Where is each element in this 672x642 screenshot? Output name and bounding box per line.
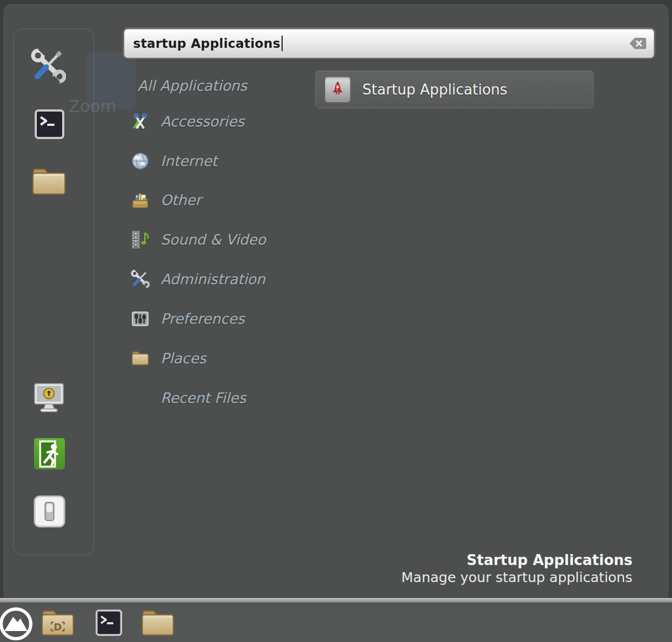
category-label: Sound & Video [161, 231, 266, 248]
application-menu: Zoom [3, 4, 669, 598]
search-input[interactable]: startup Applications [124, 29, 654, 58]
category-all-applications[interactable]: All Applications [137, 76, 247, 96]
category-accessories[interactable]: Accessories [131, 112, 244, 131]
filmstrip-note-icon [131, 230, 150, 249]
sidebar-item-system-tools[interactable] [31, 48, 66, 85]
menu-sidebar [13, 29, 94, 555]
svg-text:D: D [54, 622, 62, 633]
sidebar-item-lock-screen[interactable] [31, 381, 67, 415]
category-sound-video[interactable]: Sound & Video [131, 230, 266, 250]
sliders-icon [131, 309, 150, 328]
category-label: Accessories [161, 113, 244, 130]
folder-icon [131, 349, 150, 368]
text-caret [282, 36, 283, 51]
power-switch-icon [34, 495, 65, 528]
menu-bottom-edge [0, 598, 672, 602]
desktop-folder-icon: D [41, 607, 75, 638]
category-recent-files[interactable]: Recent Files [161, 388, 246, 408]
toolbox-icon [131, 191, 150, 209]
taskbar-panel: D [0, 602, 672, 642]
selection-title: Startup Applications [401, 552, 632, 569]
sidebar-item-files[interactable] [31, 167, 67, 196]
category-internet[interactable]: Internet [131, 151, 217, 171]
exit-door-icon [34, 438, 65, 471]
category-label: Internet [161, 153, 217, 169]
category-places[interactable]: Places [131, 348, 206, 368]
folder-icon [141, 607, 175, 638]
selection-subtitle: Manage your startup applications [401, 569, 632, 586]
category-label: Recent Files [161, 390, 246, 406]
sidebar-item-log-out[interactable] [34, 438, 65, 471]
category-preferences[interactable]: Preferences [131, 309, 245, 329]
desktop-screen: Zoom [0, 0, 672, 642]
category-label: Administration [161, 271, 265, 287]
category-other[interactable]: Other [131, 190, 201, 210]
category-label: All Applications [137, 78, 247, 94]
wrench-screwdriver-icon [31, 48, 66, 85]
terminal-icon [34, 109, 65, 140]
selection-info: Startup Applications Manage your startup… [401, 552, 632, 586]
search-value: startup Applications [133, 36, 280, 51]
globe-icon [131, 152, 150, 170]
category-label: Preferences [161, 311, 245, 327]
terminal-icon [95, 608, 123, 638]
mint-logo-icon [0, 606, 34, 641]
menu-button[interactable] [0, 606, 34, 641]
category-administration[interactable]: Administration [131, 269, 265, 289]
result-startup-applications[interactable]: Startup Applications [315, 70, 594, 108]
result-label: Startup Applications [362, 81, 508, 98]
monitor-lock-icon [31, 381, 67, 415]
rocket-icon [324, 76, 351, 103]
wrench-screwdriver-icon [131, 270, 150, 289]
clear-search-icon[interactable] [629, 36, 647, 51]
category-label: Places [161, 350, 206, 367]
folder-icon [31, 167, 67, 196]
category-label: Other [161, 192, 201, 208]
taskbar-item-desktop-folder[interactable]: D [41, 607, 75, 638]
sidebar-item-terminal[interactable] [34, 109, 65, 140]
taskbar-item-files[interactable] [141, 607, 175, 638]
scissors-icon [131, 112, 150, 131]
taskbar-item-terminal[interactable] [95, 608, 123, 638]
sidebar-item-shut-down[interactable] [34, 495, 65, 528]
